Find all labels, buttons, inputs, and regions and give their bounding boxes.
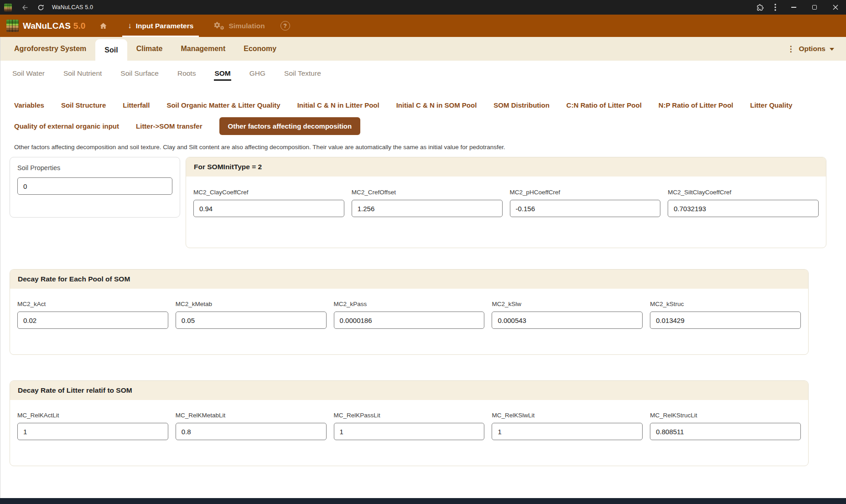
field-label: MC_RelKStrucLit (650, 412, 801, 419)
mc2-kstruc-input[interactable] (650, 312, 801, 329)
home-icon (99, 22, 108, 30)
maximize-button[interactable] (804, 0, 825, 15)
field-mc2-kstruc: MC2_kStruc (650, 301, 801, 329)
section-litterfall[interactable]: Litterfall (123, 101, 150, 109)
options-button[interactable]: ⋮ Options (787, 45, 834, 53)
mc2-kmetab-input[interactable] (176, 312, 327, 329)
soil-properties-input[interactable] (17, 177, 172, 195)
decay-rate-litter-panel: Decay Rate of Litter relatif to SOM MC_R… (10, 380, 809, 466)
field-label: MC2_kMetab (176, 301, 327, 307)
mc-relkmetablit-input[interactable] (176, 423, 327, 440)
chevron-down-icon (830, 48, 834, 51)
back-button[interactable] (17, 0, 33, 15)
brand-version: 5.0 (73, 21, 85, 31)
mc2-crefoffset-input[interactable] (352, 200, 503, 217)
field-label: MC2_SiltClayCoeffCref (668, 189, 819, 196)
field-mc2-siltclaycoeffcref: MC2_SiltClayCoeffCref (668, 189, 819, 217)
help-icon[interactable]: ? (280, 21, 290, 31)
soil-properties-label: Soil Properties (17, 164, 172, 171)
nav-simulation[interactable]: Simulation (212, 15, 266, 37)
section-variables[interactable]: Variables (14, 101, 44, 109)
field-label: MC_RelKSlwLit (492, 412, 643, 419)
field-mc-relkstruclit: MC_RelKStrucLit (650, 412, 801, 440)
mc2-claycoeffcref-input[interactable] (193, 200, 344, 217)
mc-relkpasslit-input[interactable] (334, 423, 485, 440)
browser-menu-icon[interactable] (768, 0, 783, 15)
mc2-kpass-input[interactable] (334, 312, 485, 329)
tab-soil[interactable]: Soil (95, 39, 127, 61)
soil-properties-panel: Soil Properties (10, 157, 180, 218)
mc-relkactlit-input[interactable] (17, 423, 168, 440)
field-mc2-kact: MC2_kAct (17, 301, 168, 329)
decay-rate-som-panel-title: Decay Rate for Each Pool of SOM (10, 270, 808, 289)
subtab-som[interactable]: SOM (214, 66, 231, 81)
som-section-nav: Variables Soil Structure Litterfall Soil… (0, 86, 846, 136)
tab-management[interactable]: Management (171, 37, 234, 61)
page-description: Other factors affecting decomposition an… (0, 136, 846, 151)
field-label: MC_RelKPassLit (334, 412, 485, 419)
field-label: MC2_pHCoeffCref (510, 189, 661, 196)
wanulcas-logo-icon (6, 20, 19, 32)
field-mc2-phcoeffcref: MC2_pHCoeffCref (510, 189, 661, 217)
decay-rate-litter-panel-title: Decay Rate of Litter relatif to SOM (10, 381, 808, 400)
som-init-type-panel-title: For SOMInitType = 2 (186, 157, 826, 177)
section-initial-cn-som-pool[interactable]: Initial C & N in SOM Pool (396, 101, 477, 109)
primary-tabbar: Agroforestry System Soil Climate Managem… (0, 37, 846, 61)
app-icon (4, 4, 12, 11)
mc2-phcoeffcref-input[interactable] (510, 200, 661, 217)
subtab-soil-nutrient[interactable]: Soil Nutrient (63, 66, 102, 81)
close-button[interactable] (825, 0, 846, 15)
subtab-soil-texture[interactable]: Soil Texture (284, 66, 322, 81)
field-mc-relkactlit: MC_RelKActLit (17, 412, 168, 440)
brand: WaNuLCAS 5.0 (6, 15, 85, 37)
tab-agroforestry-system[interactable]: Agroforestry System (5, 37, 95, 61)
field-label: MC2_kPass (334, 301, 485, 307)
home-button[interactable] (97, 15, 109, 37)
section-litter-som-transfer[interactable]: Litter->SOM transfer (136, 122, 202, 130)
refresh-button[interactable] (33, 0, 48, 15)
section-other-factors-decomposition[interactable]: Other factors affecting decomposition (219, 117, 361, 135)
field-label: MC_RelKMetabLit (176, 412, 327, 419)
mc2-kact-input[interactable] (17, 312, 168, 329)
field-mc-relkslwlit: MC_RelKSlwLit (492, 412, 643, 440)
field-label: MC2_kAct (17, 301, 168, 307)
field-mc2-kslw: MC2_kSlw (492, 301, 643, 329)
tab-climate[interactable]: Climate (127, 37, 172, 61)
soil-subnav: Soil Water Soil Nutrient Soil Surface Ro… (0, 61, 846, 86)
page-body: Agroforestry System Soil Climate Managem… (0, 37, 846, 498)
app-header: WaNuLCAS 5.0 ↓ Input Parameters Simulati… (0, 15, 846, 37)
field-mc-relkmetablit: MC_RelKMetabLit (176, 412, 327, 440)
subtab-soil-water[interactable]: Soil Water (12, 66, 45, 81)
section-soil-structure[interactable]: Soil Structure (61, 101, 106, 109)
field-label: MC2_kSlw (492, 301, 643, 307)
section-np-ratio-litter-pool[interactable]: N:P Ratio of Litter Pool (659, 101, 733, 109)
section-initial-cn-litter-pool[interactable]: Initial C & N in Litter Pool (297, 101, 379, 109)
field-mc2-claycoeffcref: MC2_ClayCoeffCref (193, 189, 344, 217)
field-label: MC2_ClayCoeffCref (193, 189, 344, 196)
field-label: MC2_CrefOffset (352, 189, 503, 196)
section-litter-quality[interactable]: Litter Quality (750, 101, 793, 109)
field-label: MC2_kStruc (650, 301, 801, 307)
tab-economy[interactable]: Economy (234, 37, 285, 61)
bottom-bar (0, 498, 846, 504)
decay-rate-som-panel: Decay Rate for Each Pool of SOM MC2_kAct… (10, 269, 809, 355)
extensions-icon[interactable] (752, 0, 768, 15)
field-label: MC_RelKActLit (17, 412, 168, 419)
section-cn-ratio-litter-pool[interactable]: C:N Ratio of Litter Pool (566, 101, 642, 109)
mc-relkstruclit-input[interactable] (650, 423, 801, 440)
mc2-siltclaycoeffcref-input[interactable] (668, 200, 819, 217)
window-titlebar: WaNuLCAS 5.0 (0, 0, 846, 15)
section-som-distribution[interactable]: SOM Distribution (493, 101, 550, 109)
subtab-ghg[interactable]: GHG (249, 66, 266, 81)
gears-icon (213, 21, 224, 30)
section-som-litter-quality[interactable]: Soil Organic Matter & Litter Quality (166, 101, 280, 109)
field-mc-relkpasslit: MC_RelKPassLit (334, 412, 485, 440)
minimize-button[interactable] (783, 0, 804, 15)
mc-relkslwlit-input[interactable] (492, 423, 643, 440)
field-mc2-kmetab: MC2_kMetab (176, 301, 327, 329)
section-quality-external-organic-input[interactable]: Quality of external organic input (14, 122, 119, 130)
subtab-roots[interactable]: Roots (177, 66, 197, 81)
subtab-soil-surface[interactable]: Soil Surface (120, 66, 159, 81)
mc2-kslw-input[interactable] (492, 312, 643, 329)
nav-input-parameters[interactable]: ↓ Input Parameters (126, 15, 195, 37)
